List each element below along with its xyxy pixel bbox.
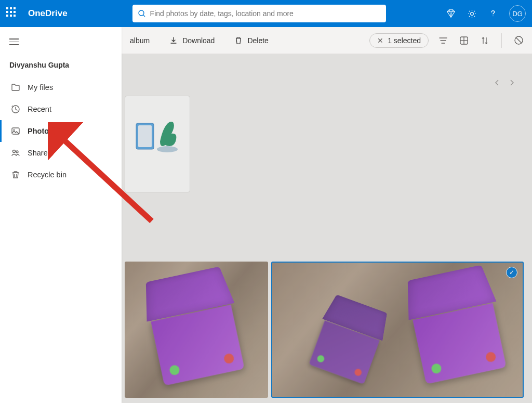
sidebar-item-recent[interactable]: Recent	[0, 98, 122, 120]
search-field[interactable]	[150, 9, 381, 18]
hamburger-icon[interactable]	[0, 27, 122, 51]
album-button[interactable]: album	[129, 33, 155, 48]
content-area: ✓	[122, 54, 532, 403]
chevron-right-icon[interactable]	[508, 79, 515, 86]
header-actions: DG	[446, 5, 526, 22]
premium-icon[interactable]	[446, 9, 456, 18]
sidebar-item-photos[interactable]: Photos	[0, 120, 122, 142]
sidebar-item-label: Recycle bin	[28, 171, 66, 179]
svg-point-2	[471, 12, 474, 15]
chevron-left-icon[interactable]	[494, 79, 501, 86]
grid-icon	[459, 36, 469, 45]
sidebar-item-shared[interactable]: Shared	[0, 142, 122, 164]
search-input[interactable]	[132, 5, 386, 22]
search-icon	[138, 9, 146, 18]
svg-point-15	[157, 146, 178, 152]
clock-icon	[11, 105, 20, 114]
sidebar-item-recycle-bin[interactable]: Recycle bin	[0, 164, 122, 186]
svg-point-11	[13, 150, 16, 152]
sidebar: Divyanshu Gupta My files Recent Photos S…	[0, 27, 122, 403]
gear-icon[interactable]	[467, 9, 477, 19]
svg-point-12	[16, 151, 18, 153]
sidebar-item-label: Photos	[28, 127, 53, 135]
sidebar-item-label: Recent	[28, 105, 51, 113]
date-nav-arrows	[494, 79, 515, 86]
svg-point-0	[139, 10, 144, 16]
download-icon	[169, 36, 178, 45]
blocked-icon	[514, 35, 524, 45]
divider	[501, 33, 502, 48]
filter-icon	[438, 36, 448, 45]
selection-count-label: 1 selected	[388, 36, 421, 45]
svg-line-1	[143, 15, 145, 17]
download-button[interactable]: Download	[164, 33, 220, 48]
svg-line-7	[516, 37, 522, 43]
download-label: Download	[182, 36, 215, 45]
close-icon[interactable]: ✕	[377, 36, 383, 45]
view-toggle-button[interactable]	[458, 34, 470, 47]
delete-label: Delete	[247, 36, 268, 45]
album-thumbnail[interactable]	[125, 96, 190, 192]
svg-rect-14	[138, 125, 152, 147]
avatar[interactable]: DG	[509, 5, 526, 22]
svg-point-10	[14, 129, 15, 130]
user-name: Divyanshu Gupta	[0, 51, 122, 76]
command-bar: album Download Delete ✕ 1 selected	[122, 27, 532, 54]
sort-button[interactable]	[478, 34, 491, 47]
filter-button[interactable]	[437, 34, 449, 47]
photo-strip: ✓	[125, 262, 524, 398]
selection-count-pill[interactable]: ✕ 1 selected	[369, 33, 429, 48]
sort-icon	[480, 36, 489, 45]
delete-button[interactable]: Delete	[229, 33, 273, 48]
photo-tile-selected[interactable]: ✓	[271, 262, 524, 398]
folder-icon	[11, 83, 20, 92]
image-icon	[11, 126, 20, 136]
selected-check-icon[interactable]: ✓	[506, 267, 517, 278]
trash-icon	[234, 36, 243, 45]
top-header: OneDrive DG	[0, 0, 532, 27]
album-label: album	[130, 36, 150, 45]
thumbnail-illustration	[125, 96, 190, 159]
sidebar-item-my-files[interactable]: My files	[0, 76, 122, 98]
sidebar-item-label: My files	[28, 83, 53, 92]
sidebar-item-label: Shared	[28, 149, 52, 157]
app-launcher-icon[interactable]	[6, 7, 19, 20]
help-icon[interactable]	[488, 9, 498, 18]
photo-tile[interactable]	[125, 262, 268, 398]
recycle-bin-icon	[11, 170, 20, 179]
info-toggle-button[interactable]	[512, 34, 525, 47]
people-icon	[11, 148, 20, 158]
app-title[interactable]: OneDrive	[28, 8, 68, 19]
